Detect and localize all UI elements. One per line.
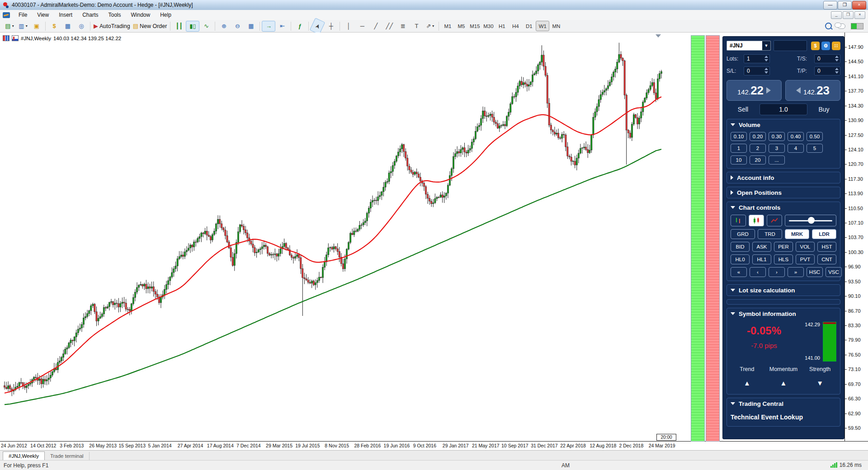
restore-button[interactable]: ❐: [838, 1, 852, 9]
timeframe-button[interactable]: M15: [468, 21, 481, 31]
sell-button[interactable]: 142.22: [726, 80, 782, 101]
chart-shift-icon[interactable]: ⇤: [275, 21, 289, 32]
chart-control-button[interactable]: BID: [731, 242, 750, 252]
chart-control-button[interactable]: HL1: [752, 254, 771, 264]
sl-input[interactable]: 0: [744, 66, 770, 75]
slider-thumb[interactable]: [808, 217, 815, 224]
autotrading-icon[interactable]: ▶AutoTrading: [92, 21, 132, 32]
gear-icon[interactable]: ⚙: [821, 42, 830, 50]
popup-window-icon[interactable]: ▣: [30, 21, 43, 32]
vertical-line-icon[interactable]: │: [342, 21, 355, 32]
timeframe-button[interactable]: W1: [536, 21, 549, 31]
grid-icon[interactable]: ∷: [832, 42, 840, 50]
volume-preset-button[interactable]: 5: [807, 144, 823, 153]
mdi-restore-button[interactable]: ❐: [843, 11, 854, 19]
text-icon[interactable]: T: [410, 21, 423, 32]
timeframe-button[interactable]: M5: [454, 21, 468, 31]
close-button[interactable]: ×: [852, 1, 866, 9]
chart-control-button[interactable]: PVT: [796, 254, 815, 264]
fibonacci-icon[interactable]: ≣: [396, 21, 410, 32]
menu-item[interactable]: File: [14, 10, 32, 19]
menu-item[interactable]: Charts: [77, 10, 103, 19]
step-forward-icon[interactable]: ›: [769, 267, 785, 277]
indicators-icon[interactable]: ƒ: [293, 21, 307, 32]
timeframe-button[interactable]: MN: [549, 21, 563, 31]
lots-input[interactable]: 1: [744, 54, 770, 63]
symbol-select[interactable]: #JNJ▼: [726, 41, 771, 51]
chevron-down-icon[interactable]: ▼: [762, 41, 770, 50]
chart-control-button[interactable]: ASK: [752, 242, 771, 252]
auto-scroll-icon[interactable]: →: [262, 21, 275, 32]
volume-section-header[interactable]: Volume: [727, 119, 840, 130]
line-style-button[interactable]: [767, 215, 782, 226]
arrows-icon[interactable]: ⇗▾: [423, 21, 437, 32]
chart-area[interactable]: #JNJ,Weekly 140.03 142.34 139.25 142.22 …: [0, 33, 868, 450]
mdi-close-button[interactable]: ×: [854, 11, 865, 19]
chart-control-button[interactable]: HSC: [807, 267, 823, 277]
lot-size-calc-header[interactable]: Lot size calculation: [727, 285, 840, 296]
volume-preset-button[interactable]: 0.30: [769, 132, 785, 141]
channel-icon[interactable]: ╱╱: [382, 21, 396, 32]
chart-tab[interactable]: #JNJ,Weekly: [3, 451, 45, 461]
zoom-slider[interactable]: [785, 215, 836, 226]
cursor-icon[interactable]: ➤: [310, 18, 325, 34]
candles-style-button[interactable]: [749, 215, 764, 226]
volume-preset-button[interactable]: 0.20: [750, 132, 766, 141]
volume-preset-button[interactable]: ...: [769, 155, 785, 164]
chart-control-button[interactable]: MRK: [785, 229, 809, 239]
technical-event-lookup-link[interactable]: Technical Event Lookup: [727, 409, 840, 426]
volume-preset-button[interactable]: 3: [769, 144, 785, 153]
volume-preset-button[interactable]: 1: [731, 144, 747, 153]
data-window-icon[interactable]: ▦: [61, 21, 75, 32]
new-chart-icon[interactable]: ▤▾: [3, 21, 16, 32]
line-chart-icon[interactable]: ∿: [199, 21, 213, 32]
zoom-in-icon[interactable]: ⊕: [217, 21, 231, 32]
symbol-search-input[interactable]: [774, 40, 807, 51]
trading-central-header[interactable]: Trading Central: [727, 398, 840, 409]
timeframe-button[interactable]: H1: [495, 21, 509, 31]
account-info-header[interactable]: Account info: [727, 172, 840, 183]
zoom-out-icon[interactable]: ⊖: [231, 21, 244, 32]
chart-control-button[interactable]: HLS: [774, 254, 793, 264]
chart-controls-header[interactable]: Chart controls: [727, 202, 840, 213]
bars-style-button[interactable]: [731, 215, 746, 226]
profiles-icon[interactable]: ▥▾: [16, 21, 30, 32]
search-icon[interactable]: [825, 23, 832, 29]
sell-depth-strip[interactable]: [706, 35, 720, 442]
navigator-icon[interactable]: ◎: [75, 21, 88, 32]
volume-preset-button[interactable]: 4: [788, 144, 804, 153]
chart-control-button[interactable]: HST: [817, 242, 836, 252]
menu-item[interactable]: Insert: [54, 10, 77, 19]
mdi-minimize-button[interactable]: _: [831, 11, 842, 19]
chart-control-button[interactable]: GRD: [731, 229, 755, 239]
tile-windows-icon[interactable]: ▦: [244, 21, 258, 32]
buy-depth-strip[interactable]: [691, 35, 705, 442]
buy-button[interactable]: 142.23: [785, 80, 840, 101]
volume-preset-button[interactable]: 0.50: [807, 132, 823, 141]
market-watch-icon[interactable]: $: [47, 21, 61, 32]
chart-control-button[interactable]: HL0: [731, 254, 750, 264]
menu-item[interactable]: Window: [126, 10, 156, 19]
new-order-icon[interactable]: ▤New Order: [132, 21, 169, 32]
bar-chart-icon[interactable]: ┃┃: [172, 21, 186, 32]
tp-input[interactable]: 0: [814, 66, 840, 75]
timeframe-button[interactable]: D1: [522, 21, 536, 31]
volume-preset-button[interactable]: 20: [750, 155, 766, 164]
timeframe-button[interactable]: M1: [441, 21, 454, 31]
volume-preset-button[interactable]: 2: [750, 144, 766, 153]
lot-size-input[interactable]: 1.0: [760, 103, 807, 115]
coins-icon[interactable]: $: [811, 42, 820, 50]
skip-start-icon[interactable]: «: [731, 267, 747, 277]
chart-control-button[interactable]: VOL: [796, 242, 815, 252]
candle-chart-icon[interactable]: ▮▯: [186, 21, 199, 32]
chart-control-button[interactable]: VSC: [826, 267, 842, 277]
minimize-button[interactable]: —: [823, 1, 837, 9]
step-back-icon[interactable]: ‹: [750, 267, 766, 277]
open-positions-header[interactable]: Open Positions: [727, 187, 840, 198]
volume-preset-button[interactable]: 10: [731, 155, 747, 164]
chart-control-button[interactable]: LDR: [812, 229, 836, 239]
ts-input[interactable]: 0: [814, 54, 840, 63]
skip-end-icon[interactable]: »: [788, 267, 804, 277]
chart-control-button[interactable]: PER: [774, 242, 793, 252]
menu-item[interactable]: Help: [155, 10, 176, 19]
